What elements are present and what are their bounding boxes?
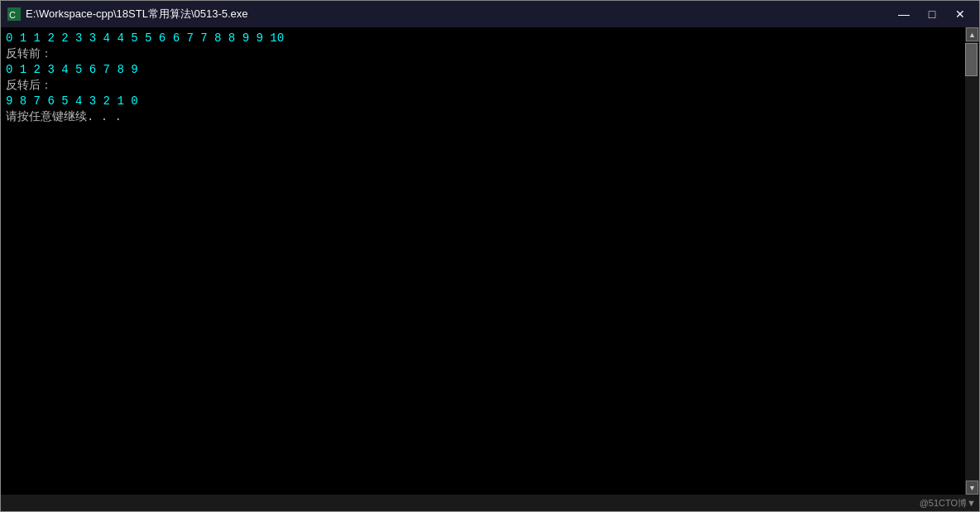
bottom-bar: @51CTO博▼: [1, 495, 979, 511]
scrollbar-thumb[interactable]: [965, 43, 978, 76]
maximize-button[interactable]: □: [920, 5, 944, 23]
console-line: 反转后：: [6, 78, 960, 94]
title-bar: C E:\Workspace-cpp\18STL常用算法\0513-5.exe …: [1, 1, 979, 27]
console-body: 0 1 1 2 2 3 3 4 4 5 5 6 6 7 7 8 8 9 9 10…: [1, 27, 979, 495]
console-line: 请按任意键继续. . .: [6, 109, 960, 125]
minimize-button[interactable]: —: [891, 5, 916, 23]
close-button[interactable]: ✕: [948, 5, 973, 23]
console-window: C E:\Workspace-cpp\18STL常用算法\0513-5.exe …: [0, 0, 980, 512]
scroll-up-arrow[interactable]: ▲: [966, 27, 978, 41]
window-controls: — □ ✕: [891, 5, 973, 23]
console-line: 0 1 2 3 4 5 6 7 8 9: [6, 62, 960, 78]
console-content[interactable]: 0 1 1 2 2 3 3 4 4 5 5 6 6 7 7 8 8 9 9 10…: [1, 27, 965, 495]
title-bar-left: C E:\Workspace-cpp\18STL常用算法\0513-5.exe: [7, 7, 248, 22]
window-title: E:\Workspace-cpp\18STL常用算法\0513-5.exe: [26, 7, 248, 22]
console-line: 反转前：: [6, 46, 960, 62]
scroll-down-arrow[interactable]: ▼: [966, 481, 978, 495]
app-icon: C: [7, 7, 21, 21]
watermark-text: @51CTO博▼: [920, 497, 976, 510]
console-line: 9 8 7 6 5 4 3 2 1 0: [6, 94, 960, 109]
scrollbar-track[interactable]: [965, 41, 979, 481]
console-line: 0 1 1 2 2 3 3 4 4 5 5 6 6 7 7 8 8 9 9 10: [6, 31, 960, 46]
svg-text:C: C: [9, 10, 16, 20]
scrollbar[interactable]: ▲ ▼: [965, 27, 979, 495]
